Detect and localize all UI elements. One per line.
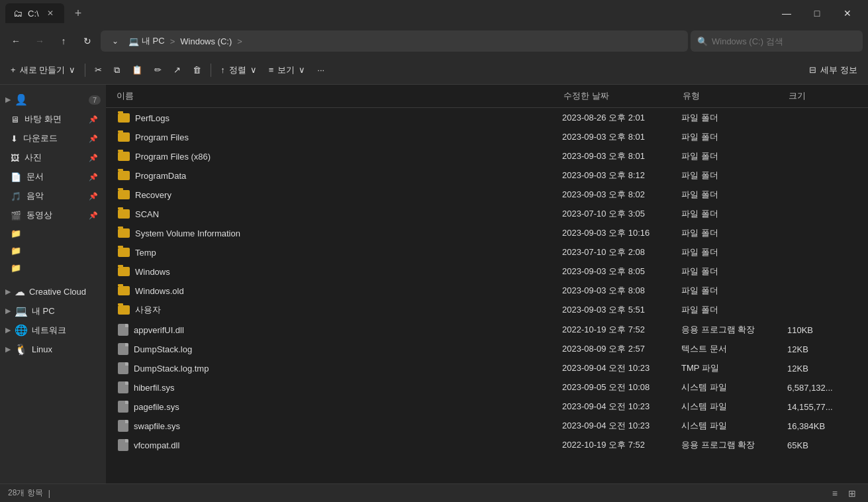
sort-icon: ↑: [220, 65, 225, 75]
folder-extra-cell: [848, 270, 861, 274]
new-button[interactable]: + 새로 만들기 ∨: [5, 60, 81, 81]
share-btn[interactable]: ↗: [168, 60, 186, 81]
sidebar-item-documents[interactable]: 📄 문서 📌: [3, 168, 103, 186]
file-name-cell: vfcompat.dll: [113, 437, 557, 453]
details-btn[interactable]: ⊟ 세부 정보: [804, 60, 863, 81]
breadcrumb-drive[interactable]: Windows (C:): [177, 35, 234, 48]
title-bar: 🗂 C:\ ✕ + — □ ✕: [0, 0, 868, 26]
more-btn[interactable]: ···: [312, 60, 330, 81]
header-name[interactable]: 이름: [111, 87, 558, 105]
file-icon: [118, 420, 128, 432]
sidebar-item-desktop[interactable]: 🖥 바탕 화면 📌: [3, 110, 103, 128]
folder-row[interactable]: Temp 2023-07-10 오후 2:08 파일 폴더: [107, 243, 867, 262]
file-row[interactable]: DumpStack.log.tmp 2023-09-04 오전 10:23 TM…: [107, 359, 867, 377]
toolbar: + 새로 만들기 ∨ ✂ ⧉ 📋 ✏ ↗ 🗑 ↑ 정렬 ∨ ≡ 보기 ∨ ···…: [0, 56, 868, 85]
sort-btn[interactable]: ↑ 정렬 ∨: [215, 60, 262, 81]
header-type[interactable]: 유형: [677, 87, 783, 105]
folder-row[interactable]: PerfLogs 2023-08-26 오후 2:01 파일 폴더: [107, 109, 867, 127]
back-btn[interactable]: ←: [5, 30, 26, 52]
breadcrumb-bar[interactable]: ⌄ 💻 내 PC > Windows (C:) >: [101, 30, 688, 52]
folder-row[interactable]: Windows 2023-09-03 오후 8:05 파일 폴더: [107, 262, 867, 281]
search-bar[interactable]: 🔍: [691, 30, 863, 52]
folder-type-cell: 파일 폴더: [676, 264, 782, 279]
current-tab[interactable]: 🗂 C:\ ✕: [5, 3, 64, 23]
close-btn[interactable]: ✕: [832, 3, 863, 24]
photos-label: 사진: [24, 152, 42, 164]
list-view-btn[interactable]: ≡: [828, 487, 842, 500]
folder-row[interactable]: SCAN 2023-07-10 오후 3:05 파일 폴더: [107, 205, 867, 223]
toolbar-separator-2: [211, 64, 211, 77]
new-plus-icon: +: [11, 65, 16, 75]
file-row[interactable]: appverifUI.dll 2022-10-19 오후 7:52 응용 프로그…: [107, 321, 867, 339]
minimize-btn[interactable]: —: [771, 3, 802, 24]
folder-modified-cell: 2023-09-03 오후 8:01: [557, 129, 676, 145]
music-pin-icon: 📌: [89, 192, 98, 201]
maximize-btn[interactable]: □: [802, 3, 832, 24]
file-name-cell: appverifUI.dll: [113, 322, 557, 338]
sidebar-item-music[interactable]: 🎵 음악 📌: [3, 187, 103, 205]
new-tab-btn[interactable]: +: [70, 4, 87, 23]
sidebar-top-section[interactable]: ▶ 👤 7: [0, 90, 106, 109]
delete-btn[interactable]: 🗑: [187, 60, 207, 81]
file-type-cell: 응용 프로그램 확장: [676, 322, 782, 338]
file-row[interactable]: DumpStack.log 2023-08-09 오후 2:57 텍스트 문서 …: [107, 340, 867, 358]
header-modified[interactable]: 수정한 날짜: [558, 87, 677, 105]
header-size[interactable]: 크기: [783, 87, 849, 105]
refresh-btn[interactable]: ↻: [77, 30, 98, 52]
sidebar-item-videos[interactable]: 🎬 동영상 📌: [3, 206, 103, 225]
view-label: 보기: [277, 64, 295, 76]
my-pc-expand-icon: ▶: [5, 307, 11, 315]
title-bar-left: 🗂 C:\ ✕ +: [5, 3, 771, 23]
file-extra-cell: [848, 405, 861, 409]
rename-btn[interactable]: ✏: [149, 60, 167, 81]
sidebar-item-downloads[interactable]: ⬇ 다운로드 📌: [3, 129, 103, 148]
sidebar-item-folder2[interactable]: 📁: [3, 242, 103, 259]
view-btn[interactable]: ≡ 보기 ∨: [264, 60, 311, 81]
folder-row[interactable]: 사용자 2023-09-03 오후 5:51 파일 폴더: [107, 301, 867, 319]
drive-label: Windows (C:): [180, 36, 232, 46]
copy-btn[interactable]: ⧉: [109, 60, 125, 81]
folder-row[interactable]: Recovery 2023-09-03 오후 8:02 파일 폴더: [107, 185, 867, 204]
folder-row[interactable]: Windows.old 2023-09-03 오후 8:08 파일 폴더: [107, 281, 867, 300]
file-type-cell: 텍스트 문서: [676, 341, 782, 357]
file-modified-cell: 2022-10-19 오후 7:52: [557, 437, 676, 453]
file-type-cell: 시스템 파일: [676, 399, 782, 415]
folder-type-cell: 파일 폴더: [676, 187, 782, 203]
sidebar-my-pc[interactable]: ▶ 💻 내 PC: [0, 301, 106, 321]
folder-row[interactable]: Program Files (x86) 2023-09-03 오후 8:01 파…: [107, 147, 867, 166]
tab-close-btn[interactable]: ✕: [44, 7, 56, 19]
forward-btn[interactable]: →: [29, 30, 50, 52]
location-toggle-btn[interactable]: ⌄: [107, 33, 123, 49]
breadcrumb-sep-2: >: [237, 36, 242, 46]
file-row[interactable]: hiberfil.sys 2023-09-05 오전 10:08 시스템 파일 …: [107, 378, 867, 397]
search-input[interactable]: [712, 36, 856, 46]
file-row[interactable]: vfcompat.dll 2022-10-19 오후 7:52 응용 프로그램 …: [107, 436, 867, 454]
desktop-icon: 🖥: [11, 115, 19, 125]
creative-cloud-icon: ☁: [15, 285, 25, 298]
folder-row[interactable]: ProgramData 2023-09-03 오후 8:12 파일 폴더: [107, 166, 867, 185]
breadcrumb-mypc[interactable]: 💻 내 PC: [126, 34, 168, 48]
file-size-cell: 12KB: [782, 342, 848, 356]
folder-size-cell: [782, 231, 848, 235]
sidebar-item-folder3[interactable]: 📁: [3, 260, 103, 276]
sidebar-network[interactable]: ▶ 🌐 네트워크: [0, 321, 106, 340]
folder-row[interactable]: System Volume Information 2023-09-03 오후 …: [107, 224, 867, 242]
folder-icon: [118, 228, 130, 238]
sidebar-item-photos[interactable]: 🖼 사진 📌: [3, 148, 103, 167]
folder-name-cell: PerfLogs: [113, 111, 557, 125]
folder-name: Recovery: [135, 190, 171, 200]
sidebar-item-folder1[interactable]: 📁: [3, 225, 103, 242]
folder-type-cell: 파일 폴더: [676, 206, 782, 222]
sidebar-creative-cloud[interactable]: ▶ ☁ Creative Cloud: [0, 282, 106, 301]
file-row[interactable]: pagefile.sys 2023-09-04 오전 10:23 시스템 파일 …: [107, 397, 867, 416]
folder-row[interactable]: Program Files 2023-09-03 오후 8:01 파일 폴더: [107, 128, 867, 146]
folder-name-cell: System Volume Information: [113, 226, 557, 240]
view-arrow-icon: ∨: [299, 65, 305, 75]
file-row[interactable]: swapfile.sys 2023-09-04 오전 10:23 시스템 파일 …: [107, 417, 867, 435]
grid-view-btn[interactable]: ⊞: [844, 487, 860, 500]
paste-btn[interactable]: 📋: [126, 60, 148, 81]
sidebar-linux[interactable]: ▶ 🐧 Linux: [0, 340, 106, 359]
up-btn[interactable]: ↑: [53, 30, 74, 52]
cut-btn[interactable]: ✂: [89, 60, 107, 81]
status-cursor: |: [48, 489, 50, 498]
